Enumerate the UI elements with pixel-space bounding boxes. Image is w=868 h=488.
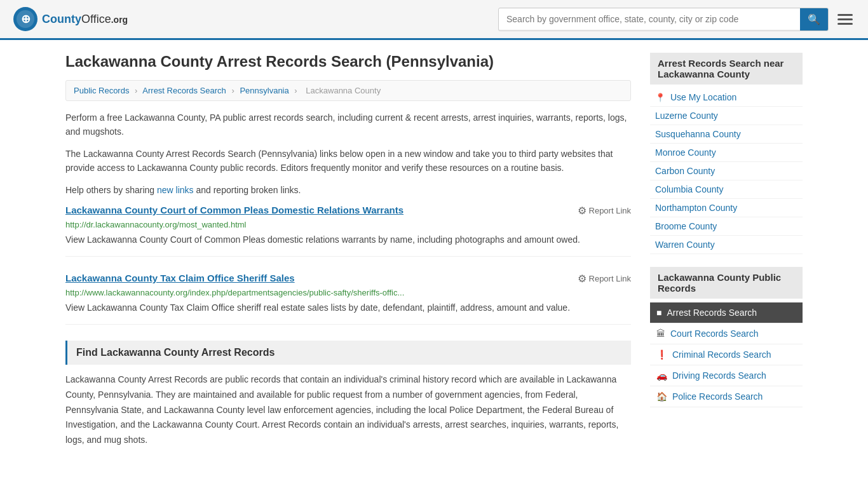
menu-bar-1 — [837, 14, 853, 16]
sidebar-pubrecord-icon-4: 🏠 — [656, 391, 667, 402]
breadcrumb-public-records[interactable]: Public Records — [74, 86, 129, 95]
main-content: Lackawanna County Arrest Records Search … — [53, 40, 815, 461]
sidebar: Arrest Records Search near Lackawanna Co… — [650, 53, 803, 448]
menu-bar-3 — [837, 23, 853, 25]
record-url-2[interactable]: http://www.lackawannacounty.org/index.ph… — [65, 288, 631, 297]
record-url-1[interactable]: http://dr.lackawannacounty.org/most_want… — [65, 220, 631, 229]
sidebar-nearby-label-0: Use My Location — [670, 92, 736, 102]
breadcrumb: Public Records › Arrest Records Search ›… — [65, 80, 631, 101]
sidebar-nearby-section: Arrest Records Search near Lackawanna Co… — [650, 53, 803, 254]
content-area: Lackawanna County Arrest Records Search … — [65, 53, 631, 448]
sidebar-nearby-title: Arrest Records Search near Lackawanna Co… — [650, 53, 803, 85]
intro-para-3: Help others by sharing new links and rep… — [65, 183, 631, 197]
sidebar-pubrecord-icon-3: 🚗 — [656, 370, 667, 381]
breadcrumb-sep-1: › — [135, 86, 137, 95]
record-header-2: Lackawanna County Tax Claim Office Sheri… — [65, 273, 631, 285]
sidebar-pubrecord-label-2: Criminal Records Search — [672, 349, 771, 360]
new-links-link[interactable]: new links — [157, 185, 194, 195]
sidebar-pubrecord-3[interactable]: 🚗Driving Records Search — [650, 365, 803, 386]
report-link-btn-1[interactable]: ⚙ Report Link — [578, 205, 631, 217]
menu-button[interactable] — [835, 11, 855, 27]
sidebar-nearby-label-3: Monroe County — [655, 147, 716, 158]
sidebar-pubrecord-label-0: Arrest Records Search — [667, 308, 757, 318]
sidebar-pubrecord-icon-1: 🏛 — [656, 329, 665, 339]
report-icon-2: ⚙ — [578, 273, 587, 285]
sidebar-nearby-label-2: Susquehanna County — [655, 129, 741, 139]
intro-para-2: The Lackawanna County Arrest Records Sea… — [65, 147, 631, 175]
sidebar-pubrecord-label-3: Driving Records Search — [672, 370, 766, 381]
header-right: 🔍 — [498, 8, 855, 31]
breadcrumb-arrest-records[interactable]: Arrest Records Search — [142, 86, 226, 95]
sidebar-nearby-label-4: Carbon County — [655, 166, 715, 176]
sidebar-nearby-4[interactable]: Carbon County — [650, 162, 803, 180]
sidebar-nearby-6[interactable]: Northampton County — [650, 199, 803, 217]
sidebar-nearby-2[interactable]: Susquehanna County — [650, 125, 803, 144]
breadcrumb-pennsylvania[interactable]: Pennsylvania — [240, 86, 288, 95]
record-header-1: Lackawanna County Court of Common Pleas … — [65, 205, 631, 217]
sidebar-public-records-title: Lackawanna County Public Records — [650, 267, 803, 299]
find-section-header: Find Lackawanna County Arrest Records — [65, 341, 631, 365]
logo-text: CountyOffice.org — [42, 13, 128, 26]
search-input[interactable] — [499, 9, 800, 29]
sidebar-nearby-icon-0: 📍 — [655, 93, 665, 102]
find-section: Find Lackawanna County Arrest Records La… — [65, 341, 631, 448]
search-button[interactable]: 🔍 — [800, 8, 828, 30]
page-title: Lackawanna County Arrest Records Search … — [65, 53, 631, 71]
search-bar: 🔍 — [498, 8, 829, 31]
record-desc-2: View Lackawanna County Tax Claim Office … — [65, 301, 631, 315]
sidebar-nearby-8[interactable]: Warren County — [650, 236, 803, 254]
sidebar-nearby-label-7: Broome County — [655, 221, 717, 231]
sidebar-nearby-0[interactable]: 📍Use My Location — [650, 88, 803, 107]
report-link-label-1: Report Link — [589, 206, 631, 215]
record-title-2[interactable]: Lackawanna County Tax Claim Office Sheri… — [65, 273, 295, 283]
record-item-1: Lackawanna County Court of Common Pleas … — [65, 205, 631, 257]
sidebar-nearby-label-6: Northampton County — [655, 203, 737, 213]
sidebar-pubrecord-2[interactable]: ❗Criminal Records Search — [650, 344, 803, 365]
sidebar-pubrecord-0[interactable]: ■Arrest Records Search — [650, 302, 803, 323]
sidebar-pubrecord-label-4: Police Records Search — [672, 391, 763, 402]
sidebar-pubrecord-icon-2: ❗ — [656, 349, 667, 360]
sidebar-nearby-1[interactable]: Luzerne County — [650, 107, 803, 125]
sidebar-pubrecord-label-1: Court Records Search — [670, 329, 759, 339]
sidebar-nearby-label-5: Columbia County — [655, 184, 723, 194]
sidebar-pubrecord-1[interactable]: 🏛Court Records Search — [650, 323, 803, 344]
record-title-1[interactable]: Lackawanna County Court of Common Pleas … — [65, 205, 403, 215]
report-link-label-2: Report Link — [589, 274, 631, 283]
menu-bar-2 — [837, 18, 853, 20]
find-section-body: Lackawanna County Arrest Records are pub… — [65, 372, 631, 448]
search-icon: 🔍 — [808, 14, 820, 25]
sidebar-pubrecord-4[interactable]: 🏠Police Records Search — [650, 386, 803, 407]
intro-para-1: Perform a free Lackawanna County, PA pub… — [65, 111, 631, 139]
sidebar-nearby-label-1: Luzerne County — [655, 111, 718, 121]
breadcrumb-sep-2: › — [231, 86, 234, 95]
report-icon-1: ⚙ — [578, 205, 587, 217]
sidebar-nearby-3[interactable]: Monroe County — [650, 144, 803, 162]
sidebar-pubrecord-icon-0: ■ — [656, 308, 661, 318]
svg-text:⊕: ⊕ — [21, 13, 31, 25]
sidebar-nearby-label-8: Warren County — [655, 240, 715, 250]
report-link-btn-2[interactable]: ⚙ Report Link — [578, 273, 631, 285]
sidebar-public-records-section: Lackawanna County Public Records ■Arrest… — [650, 267, 803, 407]
nearby-links: 📍Use My LocationLuzerne CountySusquehann… — [650, 88, 803, 254]
logo[interactable]: ⊕ CountyOffice.org — [13, 6, 128, 32]
breadcrumb-sep-3: › — [294, 86, 297, 95]
record-item-2: Lackawanna County Tax Claim Office Sheri… — [65, 273, 631, 325]
breadcrumb-current: Lackawanna County — [306, 86, 381, 95]
public-records-links: ■Arrest Records Search🏛Court Records Sea… — [650, 302, 803, 407]
logo-icon: ⊕ — [13, 6, 38, 32]
sidebar-nearby-7[interactable]: Broome County — [650, 217, 803, 236]
record-desc-1: View Lackawanna County Court of Common P… — [65, 233, 631, 247]
header: ⊕ CountyOffice.org 🔍 — [0, 0, 868, 40]
sidebar-nearby-5[interactable]: Columbia County — [650, 180, 803, 199]
